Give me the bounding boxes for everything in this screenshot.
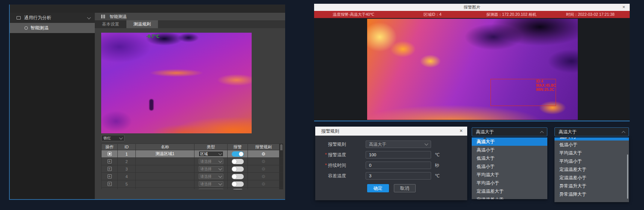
chevron-down-icon [87, 15, 91, 19]
field-alarm-rule: 报警规则 高温大于 [315, 141, 467, 148]
screen: 通用行为分析 智能测温 智能测温 基本设置 [0, 0, 644, 210]
alarm-window-titlebar: 报警图片 × [314, 4, 630, 11]
monitor-icon [17, 16, 21, 20]
tolerance-temperature-input[interactable] [366, 172, 431, 180]
dropdown-option[interactable]: 平均温小于 [554, 157, 629, 165]
alarm-image-window: 报警图片 × 温度报警-高温大于40℃ 区域ID：4 探测器：172.20.20… [314, 4, 630, 121]
duration-input[interactable] [366, 162, 431, 169]
chevron-down-icon [425, 142, 428, 146]
chevron-down-icon [119, 136, 123, 139]
alarm-thermal-image: ID:4 MAX:45.8C MIN:25.3C [367, 19, 578, 120]
chevron-up-icon [540, 131, 544, 134]
table-scrollbar[interactable] [279, 144, 283, 150]
alarm-rule-select[interactable]: 高温大于 [366, 141, 431, 148]
draw-region-icon[interactable]: + [108, 167, 112, 171]
palette-select[interactable]: 铁红 [101, 135, 125, 141]
chevron-down-icon [218, 174, 222, 178]
type-select[interactable]: 请选择 [199, 189, 223, 189]
chevron-down-icon [218, 151, 222, 155]
dropdown-caret [566, 135, 570, 139]
alarm-region-rect: ID:4 MAX:45.8C MIN:25.3C [491, 79, 556, 106]
palette-value: 铁红 [103, 136, 111, 141]
tab-basic-settings[interactable]: 基本设置 [95, 20, 126, 28]
type-select[interactable]: 请选择 [199, 181, 223, 187]
chevron-down-icon [218, 166, 222, 170]
type-select[interactable]: 请选择 [199, 166, 223, 172]
thermometer-icon [24, 26, 28, 30]
settings-window: 通用行为分析 智能测温 智能测温 基本设置 [9, 5, 285, 200]
alarm-temperature-input[interactable] [366, 151, 431, 159]
alarm-toggle[interactable] [232, 166, 244, 172]
dropdown-option[interactable]: 平均温大于 [554, 149, 629, 157]
dropdown-option[interactable]: 定温温差小于 [472, 195, 547, 199]
tab-bar: 基本设置 测温规则 [95, 20, 285, 28]
dropdown-option[interactable]: 平均温小于 [472, 179, 547, 187]
table-row: + 2 请选择 ⚙ [101, 158, 283, 165]
chevron-up-icon [622, 131, 626, 134]
alarm-toggle[interactable] [232, 189, 244, 190]
chevron-down-icon [218, 159, 222, 163]
dropdown-option[interactable]: 异常温降大于 [554, 190, 629, 198]
rule-type-dropdown-left: 高温大于 高温大于 高温小于 低温大于 低温小于 平均温大于 平均温小于 定温温… [472, 127, 547, 199]
sidebar-group-label: 通用行为分析 [24, 15, 88, 21]
dropdown-scrollbar[interactable] [627, 154, 628, 199]
dropdown-option[interactable]: 低温大于 [472, 154, 547, 162]
confirm-button[interactable]: 确定 [367, 184, 389, 192]
field-alarm-temperature: * 报警温度 ℃ [315, 151, 467, 159]
close-icon[interactable]: × [622, 4, 625, 10]
dropdown-option[interactable]: 定温温差小于 [554, 174, 629, 182]
rule-type-options-left: 高温大于 高温小于 低温大于 低温小于 平均温大于 平均温小于 定温温差大于 定… [472, 137, 547, 199]
dropdown-option[interactable]: 异常温升大于 [554, 182, 629, 190]
type-select[interactable]: 请选择 [199, 174, 223, 179]
type-select[interactable]: 请选择 [199, 159, 223, 164]
alarm-toggle[interactable] [232, 174, 244, 179]
rule-type-dropdown-right: 高温大于 低温大于 低温小于 平均温大于 平均温小于 定温温差大于 定温温差小于… [554, 127, 629, 202]
rules-dialog-titlebar: 报警规则 × [315, 127, 467, 136]
dropdown-caret [483, 135, 487, 139]
alarm-toggle[interactable] [232, 181, 244, 187]
gear-icon[interactable]: ⚙ [261, 182, 266, 186]
dropdown-option[interactable]: 定温温差大于 [554, 165, 629, 174]
drag-handle-icon [101, 15, 105, 18]
alarm-rules-dialog: 报警规则 × 报警规则 高温大于 * 报警温度 ℃ * 持续时间 [315, 127, 467, 200]
sidebar-item-smart-thermometry[interactable]: 智能测温 [10, 23, 95, 33]
gear-icon[interactable]: ⚙ [261, 174, 266, 179]
person-silhouette [149, 99, 153, 110]
stop-draw-icon[interactable] [108, 152, 112, 156]
alarm-toggle[interactable] [232, 151, 244, 157]
type-select[interactable]: 区域 [199, 151, 223, 157]
dropdown-option[interactable]: 高温小于 [472, 146, 547, 154]
dropdown-option[interactable]: 定温温差大于 [472, 187, 547, 195]
table-row: + 5 请选择 ⚙ [101, 180, 283, 188]
tab-thermometry-rules[interactable]: 测温规则 [126, 20, 158, 28]
rule-type-options-right: 低温大于 低温小于 平均温大于 平均温小于 定温温差大于 定温温差小于 异常温升… [554, 137, 629, 202]
thermal-preview-canvas[interactable]: -9.7℃ [101, 33, 252, 133]
alarm-toggle[interactable] [232, 159, 244, 164]
content-header: 智能测温 [95, 13, 285, 20]
close-icon[interactable]: × [460, 128, 463, 134]
table-row: + 3 请选择 ⚙ [101, 165, 283, 173]
gear-icon[interactable]: ⚙ [261, 167, 266, 171]
gear-icon[interactable]: ⚙ [261, 189, 266, 190]
settings-window-titlebar [10, 5, 285, 13]
table-row: 1 测温区域1 区域 ⚙ [101, 150, 283, 158]
gear-icon[interactable]: ⚙ [261, 159, 266, 164]
dropdown-option[interactable]: 平均温大于 [472, 171, 547, 179]
sidebar: 通用行为分析 智能测温 [10, 13, 95, 199]
content-title: 智能测温 [109, 14, 127, 20]
rules-pane: -9.7℃ 铁红 操作 ID 名称 类型 报警 [95, 28, 285, 199]
alert-detector: 探测器：172.20.20.102 相机 [472, 12, 551, 17]
dropdown-option[interactable]: 低温小于 [554, 141, 629, 149]
draw-region-icon[interactable]: + [108, 159, 112, 163]
draw-region-icon[interactable]: + [108, 174, 112, 178]
dropdown-option[interactable]: 低温小于 [472, 162, 547, 171]
rules-dialog-title: 报警规则 [321, 128, 339, 134]
sidebar-item-label: 智能测温 [30, 25, 49, 31]
alarm-image-area: ID:4 MAX:45.8C MIN:25.3C [314, 18, 630, 121]
chevron-down-icon [218, 189, 222, 189]
gear-icon[interactable]: ⚙ [261, 152, 266, 156]
draw-region-icon[interactable]: + [108, 182, 112, 186]
region-table: 操作 ID 名称 类型 报警 报警规则 1 测温区域1 区域 [101, 144, 283, 189]
cancel-button[interactable]: 取消 [394, 184, 416, 192]
sidebar-group-behavior-analysis[interactable]: 通用行为分析 [10, 13, 95, 23]
